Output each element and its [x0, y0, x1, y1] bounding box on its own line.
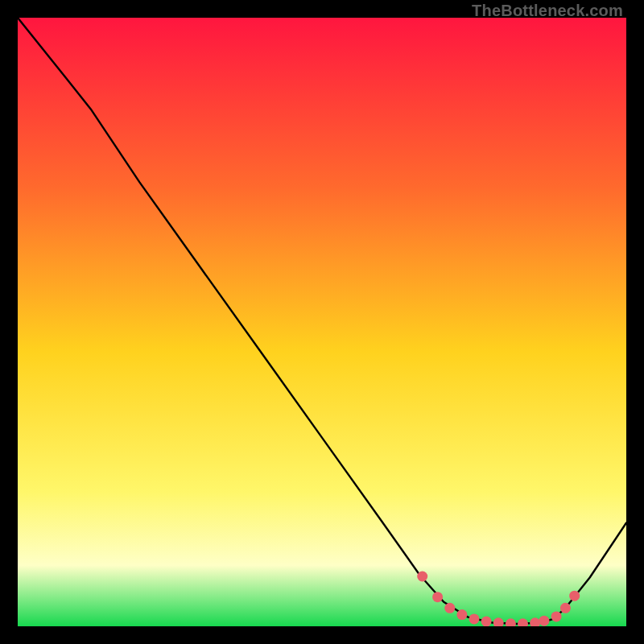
- gradient-background: [18, 18, 626, 626]
- optimal-marker: [551, 611, 562, 621]
- optimal-marker: [560, 603, 571, 613]
- optimal-marker: [456, 609, 467, 620]
- bottleneck-chart: [18, 18, 626, 626]
- optimal-marker: [444, 603, 455, 613]
- chart-frame: [18, 18, 626, 626]
- optimal-marker: [417, 572, 427, 582]
- watermark-text: TheBottleneck.com: [472, 2, 623, 20]
- optimal-marker: [481, 617, 492, 627]
- optimal-marker: [432, 592, 443, 602]
- optimal-marker: [539, 616, 549, 626]
- optimal-marker: [569, 591, 580, 601]
- optimal-marker: [469, 613, 480, 624]
